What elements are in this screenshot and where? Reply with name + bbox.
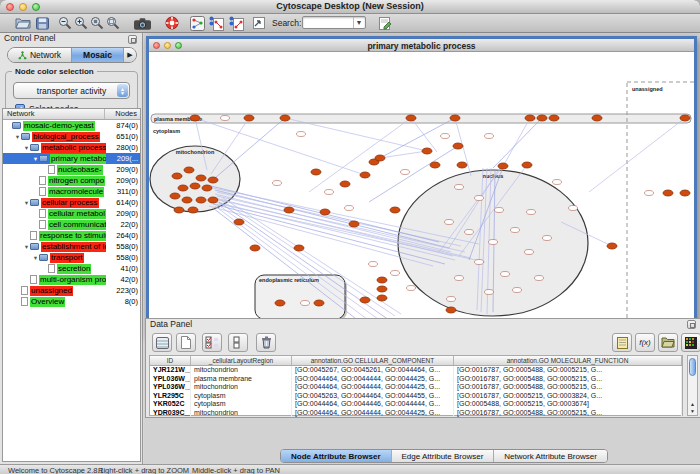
zoom-in-icon[interactable] (72, 15, 89, 31)
expand-arrow-icon[interactable]: ▼ (32, 255, 39, 261)
attribute-table-header[interactable]: ID_cellularLayoutRegionannotation.GO CEL… (150, 356, 682, 366)
table-row[interactable]: YDR039C__1mitochondrion[GO:0044464, GO:0… (150, 409, 682, 418)
tree-row-count: 209(0) (106, 176, 140, 185)
control-panel-tabs: Network Mosaic ▶ (7, 47, 137, 63)
tree-row[interactable]: ▼biological_process651(0) (3, 131, 140, 142)
column-header[interactable]: ID (150, 356, 191, 365)
formula-builder-icon[interactable]: f(x) (635, 333, 655, 352)
tree-row[interactable]: ▼metabolic process280(0) (3, 142, 140, 153)
column-header[interactable]: annotation.GO MOLECULAR_FUNCTION (454, 356, 682, 365)
zoom-fit-icon[interactable] (88, 15, 105, 31)
new-network-selected-nodes-icon[interactable] (208, 15, 225, 31)
file-icon (48, 165, 55, 174)
table-cell: [GO:0044464, GO:0044444, GO:0044425, G..… (292, 409, 454, 418)
scrollbar-arrows-icon[interactable]: ▲▼ (688, 401, 697, 415)
svg-text:mitochondrion: mitochondrion (176, 149, 215, 155)
app-titlebar[interactable]: Cytoscape Desktop (New Session) (0, 0, 700, 14)
folder-icon (30, 144, 39, 151)
column-header[interactable]: annotation.GO CELLULAR_COMPONENT (292, 356, 454, 365)
tree-row[interactable]: nitrogen compo209(0) (3, 175, 140, 186)
folder-icon (30, 243, 39, 250)
network-canvas[interactable]: plasma membranecytoplasmmitochondrionnuc… (149, 52, 694, 333)
table-cell: [GO:0016787, GO:0005488, GO:0005215, G..… (454, 366, 682, 375)
tree-row-label: multi-organism pro (39, 275, 106, 285)
search-input[interactable]: ▼ (302, 16, 366, 29)
table-scrollbar[interactable]: ▲▼ (687, 355, 698, 416)
tree-row[interactable]: cell communicat22(0) (3, 219, 140, 230)
combo-stepper-icon[interactable]: ▲▼ (117, 84, 128, 97)
tree-row[interactable]: nucleobase-209(0) (3, 164, 140, 175)
import-annotation-icon[interactable] (376, 15, 393, 31)
zoom-out-icon[interactable] (56, 15, 73, 31)
table-row[interactable]: YLR295Ccytoplasm[GO:0045263, GO:0044464,… (150, 392, 682, 401)
zoom-selected-icon[interactable] (104, 15, 121, 31)
import-network-icon[interactable] (250, 15, 267, 31)
tree-column-nodes[interactable]: Nodes (104, 109, 140, 119)
attribute-table: ID_cellularLayoutRegionannotation.GO CEL… (149, 355, 683, 416)
tab-mosaic[interactable]: Mosaic (72, 48, 124, 62)
expand-arrow-icon[interactable]: ▼ (14, 134, 21, 140)
table-cell: plasma membrane (191, 375, 292, 384)
select-attributes-icon[interactable] (202, 333, 222, 352)
new-network-all-edges-icon[interactable] (228, 15, 245, 31)
search-dropdown-icon[interactable]: ▼ (353, 17, 364, 28)
file-icon (30, 275, 37, 284)
attribute-notes-icon[interactable] (612, 333, 632, 352)
expand-arrow-icon[interactable]: ▼ (32, 156, 39, 162)
unselect-attributes-icon[interactable] (228, 333, 248, 352)
tab-edge-attribute-browser[interactable]: Edge Attribute Browser (392, 450, 495, 462)
expand-arrow-icon[interactable]: ▼ (23, 244, 30, 250)
table-cell: YKR052C (150, 400, 191, 409)
tree-row[interactable]: ▼transport558(0) (3, 252, 140, 263)
tab-network[interactable]: Network (8, 48, 72, 62)
network-tree: Network Nodes mosaic-demo-yeast874(0)▼bi… (2, 108, 141, 462)
tree-row[interactable]: secretion41(0) (3, 263, 140, 274)
delete-attribute-icon[interactable] (256, 333, 276, 352)
tab-overflow-button[interactable]: ▶ (124, 48, 136, 62)
tree-row[interactable]: cellular metabol209(0) (3, 208, 140, 219)
table-cell: cytoplasm (191, 400, 292, 409)
table-row[interactable]: YPL036W__1mitochondrion[GO:0044464, GO:0… (150, 383, 682, 392)
new-attribute-icon[interactable] (176, 333, 196, 352)
attribute-matrix-icon[interactable] (681, 333, 700, 352)
tree-row[interactable]: unassigned223(0) (3, 285, 140, 296)
network-window-title: primary metabolic process (149, 41, 694, 51)
tree-row-count: 874(0) (106, 121, 140, 130)
tree-row[interactable]: ▼establishment of lo558(0) (3, 241, 140, 252)
tree-row[interactable]: Overview8(0) (3, 296, 140, 307)
table-row[interactable]: YKR052Ccytoplasm[GO:0044464, GO:0044446,… (150, 400, 682, 409)
tree-row[interactable]: multi-organism pro42(0) (3, 274, 140, 285)
tree-row[interactable]: response to stimulu264(0) (3, 230, 140, 241)
tree-row[interactable]: ▼primary metabo209(... (3, 153, 140, 164)
attribute-table-body: YJR121W__1mitochondrion[GO:0045267, GO:0… (150, 366, 682, 417)
column-header[interactable]: _cellularLayoutRegion (191, 356, 292, 365)
open-session-icon[interactable] (14, 15, 31, 31)
table-row[interactable]: YJR121W__1mitochondrion[GO:0045267, GO:0… (150, 366, 682, 375)
tree-row[interactable]: mosaic-demo-yeast874(0) (3, 120, 140, 131)
tab-network-attribute-browser[interactable]: Network Attribute Browser (494, 450, 606, 462)
tree-row[interactable]: ▼cellular process614(0) (3, 197, 140, 208)
network-tree-header[interactable]: Network Nodes (3, 109, 140, 120)
tree-row[interactable]: macromolecule311(0) (3, 186, 140, 197)
network-overview-icon[interactable] (189, 15, 206, 31)
tab-network-label: Network (30, 50, 61, 60)
help-lifesaver-icon[interactable] (163, 15, 180, 31)
table-row[interactable]: YPL036W__2plasma membrane[GO:0044464, GO… (150, 375, 682, 384)
node-color-combo[interactable]: transporter activity ▲▼ (13, 82, 130, 99)
tree-column-network[interactable]: Network (3, 109, 104, 119)
file-icon (21, 297, 28, 306)
float-panel-icon[interactable] (128, 35, 137, 44)
float-panel-icon[interactable] (687, 320, 696, 329)
network-window-titlebar[interactable]: primary metabolic process (149, 39, 694, 52)
scrollbar-thumb[interactable] (689, 358, 696, 376)
import-attributes-icon[interactable] (658, 333, 678, 352)
network-view-window[interactable]: primary metabolic process plasma membran… (146, 36, 697, 336)
attribute-table-icon[interactable] (152, 333, 172, 352)
expand-arrow-icon[interactable]: ▼ (23, 200, 30, 206)
expand-arrow-icon[interactable]: ▼ (23, 145, 30, 151)
snapshot-camera-icon[interactable] (134, 15, 151, 31)
file-icon (21, 286, 28, 295)
save-session-icon[interactable] (34, 15, 51, 31)
tab-node-attribute-browser[interactable]: Node Attribute Browser (281, 450, 392, 462)
combo-value: transporter activity (37, 86, 106, 96)
